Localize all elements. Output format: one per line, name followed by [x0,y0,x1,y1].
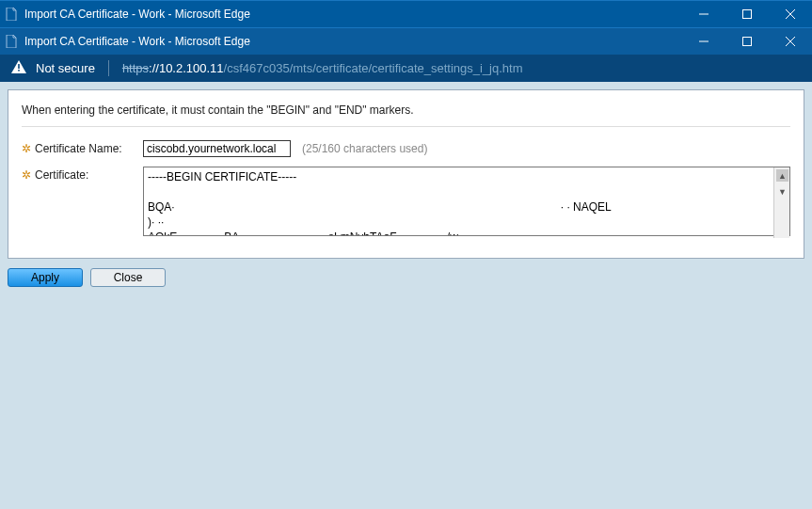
cert-label: Certificate: [35,167,143,183]
window-titlebar-outer: Import CA Certificate - Work - Microsoft… [0,0,812,27]
apply-button[interactable]: Apply [8,268,83,287]
close-button-inner[interactable] [769,28,812,55]
url-display[interactable]: https://10.2.100.11/csf467c035/mts/certi… [122,61,523,75]
url-path: /csf467c035/mts/certificate/certificate_… [224,61,523,75]
minimize-button-inner[interactable] [682,28,725,55]
required-icon: ✲ [22,140,31,157]
minimize-button-outer[interactable] [682,1,725,27]
security-status: Not secure [36,61,95,75]
close-button-outer[interactable] [769,1,812,27]
cert-name-input[interactable] [143,140,291,157]
warning-icon [11,60,26,76]
form-hint: When entering the certificate, it must c… [22,103,790,117]
divider [108,60,109,76]
cert-textarea[interactable] [143,167,790,236]
maximize-button-inner[interactable] [725,28,769,55]
close-button[interactable]: Close [90,268,166,287]
svg-rect-3 [18,70,20,72]
url-host: ://10.2.100.11 [149,61,224,75]
url-scheme: https [122,61,149,75]
window-titlebar-inner: Import CA Certificate - Work - Microsoft… [0,27,812,55]
cert-name-counter: (25/160 characters used) [302,140,427,157]
divider [22,126,790,127]
scroll-up-icon[interactable]: ▲ [774,167,790,183]
svg-rect-2 [18,64,20,69]
svg-rect-0 [743,10,752,19]
required-icon: ✲ [22,167,31,183]
cert-name-label: Certificate Name: [35,140,143,157]
svg-rect-1 [743,38,752,46]
form-panel: When entering the certificate, it must c… [8,89,804,259]
window-title-inner: Import CA Certificate - Work - Microsoft… [24,35,682,48]
maximize-button-outer[interactable] [725,1,769,27]
scrollbar[interactable]: ▲ ▼ [773,167,789,238]
scroll-down-icon[interactable]: ▼ [774,183,790,199]
window-title-outer: Import CA Certificate - Work - Microsoft… [24,8,682,21]
address-bar: Not secure https://10.2.100.11/csf467c03… [0,55,812,82]
document-icon [6,35,17,48]
document-icon [6,8,17,21]
